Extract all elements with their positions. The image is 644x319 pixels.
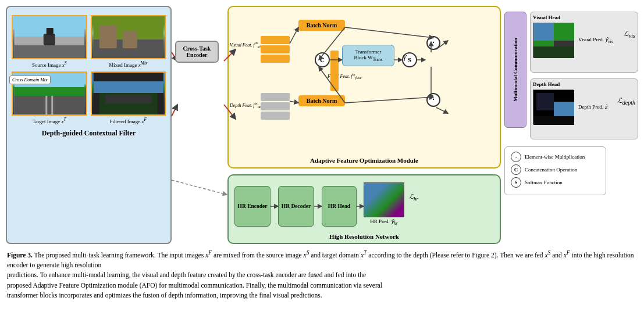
- mixed-image-box: [91, 15, 166, 59]
- afo-module: Visual Feat. finvis Depth Feat. findepth…: [227, 6, 501, 169]
- multimodal-communication: Multimodal Communication: [504, 12, 526, 128]
- svg-rect-3: [44, 34, 55, 45]
- source-label: Source Image xS: [12, 60, 87, 68]
- right-panel: Multimodal Communication Visual Head: [504, 6, 638, 244]
- batch-norm-top: Batch Norm: [298, 20, 345, 31]
- svg-rect-33: [533, 23, 554, 41]
- caption-area: Figure 3. The proposed multi-task learni…: [6, 249, 638, 300]
- legend-softmax-circle: S: [511, 177, 521, 188]
- svg-line-28: [345, 97, 433, 103]
- hr-pred-image: [364, 182, 404, 217]
- cross-domain-label: Cross Domain Mix: [9, 76, 51, 84]
- hr-head: HR Head: [322, 186, 357, 227]
- legend-dot-circle: ·: [511, 152, 521, 162]
- depth-head-title: Depth Head: [533, 81, 635, 87]
- svg-rect-35: [533, 46, 574, 58]
- vis-feat-block-2: [261, 45, 290, 53]
- svg-rect-39: [533, 116, 574, 125]
- afo-title: Adaptive Feature Optimization Module: [229, 157, 500, 164]
- caption-text-4: proposed Adaptive Feature Optimization m…: [7, 282, 382, 289]
- visual-pred-label: Visual Pred. ȳvis: [578, 37, 613, 44]
- caption-text-5: transformer blocks incorporates and opti…: [7, 292, 322, 299]
- legend-dot: · Element-wise Multiplication: [511, 152, 600, 162]
- filtered-image-container: Filtered Image xF: [91, 71, 166, 124]
- caption-text-1: The proposed multi-task learning framewo…: [34, 252, 369, 259]
- svg-rect-4: [47, 28, 54, 35]
- legend-concat-circle: C: [511, 164, 521, 175]
- svg-rect-10: [15, 87, 84, 96]
- hr-title: High Resolution Network: [229, 233, 500, 240]
- batch-norm-bottom: Batch Norm: [298, 95, 345, 106]
- vis-feat-block-1: [261, 36, 290, 44]
- svg-rect-38: [554, 102, 574, 116]
- filtered-label: Filtered Image xF: [91, 117, 166, 124]
- hr-loss-label: ℒhr: [409, 193, 418, 202]
- middle-panel: Cross-Task Encoder Visual Feat. finvis D…: [175, 6, 501, 244]
- depth-loss: ℒdepth: [617, 96, 635, 106]
- left-panel-title: Depth-guided Contextual Filter: [12, 129, 166, 138]
- source-image: [13, 16, 86, 58]
- visual-loss: ℒvis: [624, 30, 635, 39]
- hr-encoder: HR Encoder: [234, 186, 271, 227]
- svg-line-19: [290, 101, 298, 103]
- hr-pred-label: HR Pred. ȳhr: [364, 218, 404, 226]
- svg-rect-15: [93, 81, 163, 93]
- left-panel: Source Image xS M: [6, 6, 172, 244]
- depth-head-panel: Depth Head Depth Pred. z̄: [530, 78, 638, 139]
- hr-pred-container: HR Pred. ȳhr: [364, 182, 404, 226]
- svg-rect-17: [105, 95, 151, 103]
- main-container: Source Image xS M: [6, 6, 638, 300]
- target-label: Target Image xT: [12, 117, 87, 124]
- filtered-image: [92, 73, 165, 114]
- mixed-label: Mixed Image xMix: [91, 60, 166, 68]
- afo-arrows: [229, 7, 500, 167]
- caption-text-3: predictions. To enhance multi-modal lear…: [7, 271, 366, 278]
- dot-circle-bottom: ·: [426, 93, 440, 107]
- depth-pred-image: [533, 89, 574, 124]
- svg-rect-11: [15, 96, 84, 114]
- legend-softmax: S Softmax Function: [511, 177, 600, 188]
- depth-feat-block-3: [261, 112, 290, 120]
- svg-rect-7: [99, 25, 116, 48]
- depth-feat-block-2: [261, 102, 290, 110]
- transformer-input-block: [330, 51, 339, 91]
- visual-head-panel: Visual Head Visual Pred. ȳvis: [530, 12, 638, 73]
- visual-pred-image: [533, 23, 574, 58]
- cross-task-encoder: Cross-Task Encoder: [175, 41, 219, 63]
- svg-line-27: [345, 27, 433, 38]
- svg-rect-37: [536, 93, 554, 110]
- image-grid: Source Image xS M: [12, 15, 166, 124]
- svg-line-18: [290, 27, 298, 44]
- concat-circle: C: [315, 52, 330, 67]
- dot-circle-top: ·: [426, 36, 440, 50]
- visual-head-title: Visual Head: [533, 15, 635, 20]
- svg-rect-8: [122, 31, 137, 48]
- transformer-block: Transformer Block WTrans: [342, 45, 394, 66]
- vis-feat-block-3: [261, 55, 290, 63]
- source-image-box: [12, 15, 87, 59]
- gamma-symbol: γ: [403, 52, 407, 62]
- hr-network: HR Encoder HR Decoder HR Head HR Pred. ȳ…: [227, 174, 501, 244]
- legend-box: · Element-wise Multiplication C Concaten…: [504, 146, 606, 195]
- mixed-image-container: Mixed Image xMix: [91, 15, 166, 68]
- hr-decoder: HR Decoder: [278, 186, 314, 227]
- legend-concat: C Concatenation Operation: [511, 164, 600, 175]
- source-image-container: Source Image xS: [12, 15, 87, 68]
- filtered-image-box: [91, 71, 166, 116]
- figure-number: Figure 3.: [7, 252, 33, 259]
- visual-feat-label: Visual Feat. finvis: [230, 41, 262, 48]
- depth-pred-label: Depth Pred. z̄: [578, 104, 607, 110]
- mixed-image: [92, 16, 165, 58]
- diagram-area: Source Image xS M: [6, 6, 638, 244]
- depth-feat-block-1: [261, 93, 290, 101]
